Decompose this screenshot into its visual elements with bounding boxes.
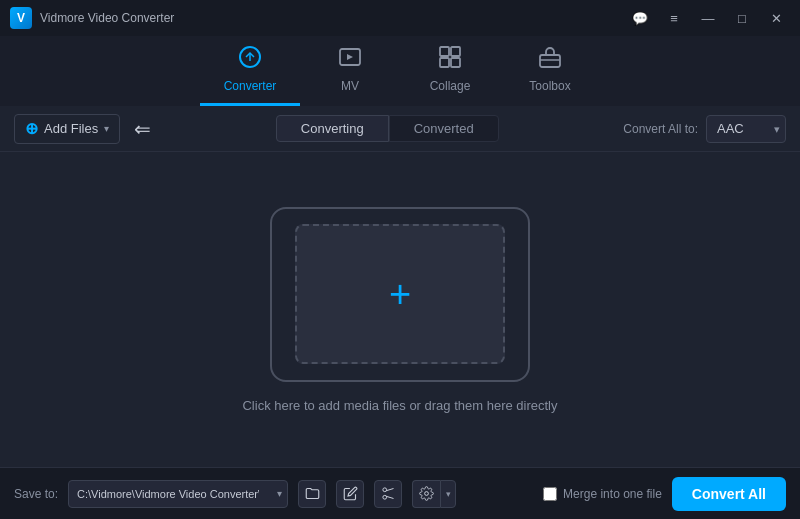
add-files-label: Add Files — [44, 121, 98, 136]
drop-zone[interactable]: + — [270, 207, 530, 382]
converter-icon — [238, 45, 262, 75]
minimize-button[interactable]: — — [694, 8, 722, 28]
open-folder-button[interactable] — [298, 480, 326, 508]
merge-checkbox-area: Merge into one file — [543, 487, 662, 501]
tab-toolbox-label: Toolbox — [529, 79, 570, 93]
save-path-wrap: C:\Vidmore\Vidmore Video Converter\Conve… — [68, 480, 288, 508]
save-path-select[interactable]: C:\Vidmore\Vidmore Video Converter\Conve… — [68, 480, 288, 508]
svg-line-10 — [386, 489, 393, 491]
nav-bar: Converter MV Collage — [0, 36, 800, 106]
svg-rect-3 — [451, 47, 460, 56]
tab-mv[interactable]: MV — [300, 41, 400, 106]
svg-point-9 — [382, 495, 386, 499]
svg-line-11 — [386, 496, 393, 498]
svg-rect-5 — [451, 58, 460, 67]
close-button[interactable]: ✕ — [762, 8, 790, 28]
add-files-dropdown-icon[interactable]: ▾ — [104, 123, 109, 134]
merge-checkbox[interactable] — [543, 487, 557, 501]
collage-icon — [438, 45, 462, 75]
tab-toolbox[interactable]: Toolbox — [500, 41, 600, 106]
tab-converter-label: Converter — [224, 79, 277, 93]
save-to-label: Save to: — [14, 487, 58, 501]
app-logo: V — [10, 7, 32, 29]
convert-all-to: Convert All to: AAC MP3 MP4 AVI MOV MKV … — [623, 115, 786, 143]
edit-button[interactable] — [336, 480, 364, 508]
tab-converter[interactable]: Converter — [200, 41, 300, 106]
convert-tabs: Converting Converted — [161, 115, 613, 142]
svg-rect-2 — [440, 47, 449, 56]
settings-dropdown-button[interactable]: ▾ — [440, 480, 456, 508]
toolbar: ⊕ Add Files ▾ ⇐ Converting Converted Con… — [0, 106, 800, 152]
tab-collage[interactable]: Collage — [400, 41, 500, 106]
add-files-plus-icon: ⊕ — [25, 119, 38, 138]
main-content: + Click here to add media files or drag … — [0, 152, 800, 467]
message-button[interactable]: 💬 — [626, 8, 654, 28]
drop-text: Click here to add media files or drag th… — [242, 398, 557, 413]
toolbox-icon — [538, 45, 562, 75]
drop-zone-inner: + — [295, 224, 505, 364]
menu-button[interactable]: ≡ — [660, 8, 688, 28]
cut-button[interactable] — [374, 480, 402, 508]
tab-collage-label: Collage — [430, 79, 471, 93]
converting-tab[interactable]: Converting — [276, 115, 389, 142]
mv-icon — [338, 45, 362, 75]
svg-rect-6 — [540, 55, 560, 67]
back-arrow-icon[interactable]: ⇐ — [134, 117, 151, 141]
converted-tab[interactable]: Converted — [389, 115, 499, 142]
format-select[interactable]: AAC MP3 MP4 AVI MOV MKV FLAC WAV — [706, 115, 786, 143]
title-bar-left: V Vidmore Video Converter — [10, 7, 174, 29]
plus-icon: + — [389, 275, 411, 313]
format-select-wrap: AAC MP3 MP4 AVI MOV MKV FLAC WAV — [706, 115, 786, 143]
bottom-bar: Save to: C:\Vidmore\Vidmore Video Conver… — [0, 467, 800, 519]
tab-mv-label: MV — [341, 79, 359, 93]
title-bar: V Vidmore Video Converter 💬 ≡ — □ ✕ — [0, 0, 800, 36]
svg-point-8 — [382, 488, 386, 492]
add-files-button[interactable]: ⊕ Add Files ▾ — [14, 114, 120, 144]
app-title: Vidmore Video Converter — [40, 11, 174, 25]
title-bar-controls: 💬 ≡ — □ ✕ — [626, 8, 790, 28]
merge-label[interactable]: Merge into one file — [563, 487, 662, 501]
svg-rect-4 — [440, 58, 449, 67]
convert-all-to-label: Convert All to: — [623, 122, 698, 136]
settings-button-wrap: ▾ — [412, 480, 456, 508]
maximize-button[interactable]: □ — [728, 8, 756, 28]
settings-button[interactable] — [412, 480, 440, 508]
svg-point-12 — [425, 492, 429, 496]
convert-all-button[interactable]: Convert All — [672, 477, 786, 511]
